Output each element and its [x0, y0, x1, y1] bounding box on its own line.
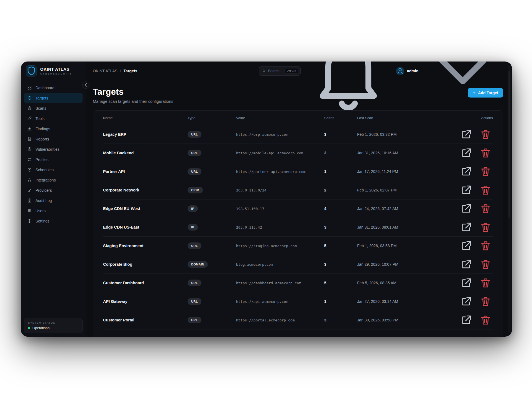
- table-row[interactable]: Customer Portal URL https://portal.acmec…: [103, 311, 493, 329]
- sidebar-item-label: Providers: [35, 188, 52, 193]
- open-target-button[interactable]: [460, 259, 472, 270]
- external-link-icon: [460, 129, 472, 140]
- type-badge: URL: [188, 131, 201, 138]
- table-row[interactable]: Edge CDN EU-West IP 198.51.100.17 4 Jan …: [103, 199, 493, 218]
- external-link-icon: [460, 314, 472, 326]
- sidebar-item-dashboard[interactable]: Dashboard: [24, 83, 83, 93]
- table-row[interactable]: Staging Environment URL https://staging.…: [103, 236, 493, 255]
- external-link-icon: [460, 221, 472, 233]
- sidebar-item-label: Integrations: [35, 178, 56, 182]
- open-target-button[interactable]: [460, 240, 472, 252]
- delete-target-button[interactable]: [480, 184, 492, 196]
- delete-target-button[interactable]: [480, 203, 492, 215]
- table-row[interactable]: Partner API URL https://partner-api.acme…: [103, 162, 493, 181]
- open-target-button[interactable]: [460, 203, 472, 215]
- scrollbar-thumb[interactable]: [508, 71, 510, 218]
- clipboard-icon: [27, 198, 32, 203]
- sidebar-item-scans[interactable]: Scans: [24, 103, 83, 113]
- open-target-button[interactable]: [460, 296, 472, 308]
- nodes-icon: [27, 178, 32, 182]
- delete-target-button[interactable]: [480, 166, 492, 178]
- page-subtitle: Manage scan targets and their configurat…: [93, 99, 173, 104]
- sidebar-item-vulnerabilities[interactable]: Vulnerabilities: [24, 144, 83, 154]
- table-row[interactable]: API Gateway URL https://api.acmecorp.com…: [103, 292, 493, 311]
- column-header-type: Type: [188, 116, 236, 120]
- external-link-icon: [460, 277, 472, 289]
- target-icon: [27, 96, 32, 100]
- chevron-left-icon: [83, 82, 89, 88]
- add-target-label: Add Target: [478, 91, 498, 95]
- open-target-button[interactable]: [460, 129, 472, 140]
- sidebar-nav: Dashboard Targets Scans Tools Findings R…: [21, 80, 86, 226]
- table-row[interactable]: Customer Dashboard URL https://dashboard…: [103, 273, 493, 292]
- sidebar-item-settings[interactable]: Settings: [24, 216, 83, 226]
- avatar: [396, 67, 404, 75]
- sidebar-item-integrations[interactable]: Integrations: [24, 175, 83, 185]
- table-row[interactable]: Edge CDN US-East IP 203.0.113.42 3 Jan 3…: [103, 218, 493, 236]
- targets-table-card: Name Type Value Scans Last Scan Actions …: [93, 110, 503, 337]
- column-header-scans: Scans: [324, 116, 357, 120]
- sidebar-item-providers[interactable]: Providers: [24, 185, 83, 195]
- sidebar-item-targets[interactable]: Targets: [24, 93, 83, 103]
- trash-icon: [480, 277, 492, 289]
- external-link-icon: [460, 166, 472, 178]
- sidebar-item-audit-log[interactable]: Audit Log: [24, 195, 83, 206]
- delete-target-button[interactable]: [480, 147, 492, 159]
- trash-icon: [480, 240, 492, 252]
- breadcrumb-separator: /: [120, 69, 121, 73]
- radar-icon: [27, 106, 32, 111]
- open-target-button[interactable]: [460, 166, 472, 178]
- search-input[interactable]: Search... Ctrl+K: [259, 66, 301, 76]
- open-target-button[interactable]: [460, 147, 472, 159]
- sidebar-item-schedules[interactable]: Schedules: [24, 165, 83, 175]
- trash-icon: [480, 259, 492, 270]
- status-dot-icon: [28, 327, 30, 329]
- system-status-heading: SYSTEM STATUS: [28, 321, 79, 324]
- scrollbar-track[interactable]: [508, 65, 511, 333]
- sidebar-collapse-button[interactable]: [82, 81, 89, 89]
- open-target-button[interactable]: [460, 221, 472, 233]
- clock-icon: [27, 167, 32, 172]
- table-body: Legacy ERP URL https://erp.acmecorp.com …: [103, 125, 493, 329]
- delete-target-button[interactable]: [480, 277, 492, 289]
- sliders-icon: [27, 157, 32, 162]
- system-status-value: Operational: [32, 326, 50, 330]
- type-badge: URL: [188, 168, 201, 175]
- breadcrumb-root[interactable]: OKINT ATLAS: [93, 69, 117, 73]
- external-link-icon: [460, 240, 472, 252]
- open-target-button[interactable]: [460, 277, 472, 289]
- open-target-button[interactable]: [460, 184, 472, 196]
- table-row[interactable]: Mobile Backend URL https://mobile-api.ac…: [103, 144, 493, 162]
- external-link-icon: [460, 203, 472, 215]
- sidebar-item-findings[interactable]: Findings: [24, 124, 83, 134]
- open-target-button[interactable]: [460, 314, 472, 326]
- sidebar-item-profiles[interactable]: Profiles: [24, 154, 83, 165]
- delete-target-button[interactable]: [480, 240, 492, 252]
- trash-icon: [480, 184, 492, 196]
- delete-target-button[interactable]: [480, 296, 492, 308]
- sidebar-item-label: Scans: [35, 106, 46, 111]
- type-badge: IP: [188, 224, 198, 231]
- delete-target-button[interactable]: [480, 129, 492, 140]
- type-badge: CIDR: [188, 187, 203, 193]
- add-target-button[interactable]: + Add Target: [468, 88, 503, 98]
- delete-target-button[interactable]: [480, 221, 492, 233]
- partial-next-row: [103, 329, 493, 337]
- table-row[interactable]: Corporate Network CIDR 203.0.113.0/24 2 …: [103, 181, 493, 199]
- app-window: OKINT ATLAS CYBERSECURITY Dashboard Targ…: [21, 62, 512, 337]
- sidebar-item-label: Dashboard: [35, 86, 55, 90]
- sidebar-item-reports[interactable]: Reports: [24, 134, 83, 144]
- column-header-name: Name: [103, 116, 188, 120]
- delete-target-button[interactable]: [480, 259, 492, 270]
- trash-icon: [480, 203, 492, 215]
- plus-icon: +: [473, 90, 475, 95]
- sidebar-item-label: Audit Log: [35, 198, 52, 203]
- delete-target-button[interactable]: [480, 314, 492, 326]
- document-icon: [27, 137, 32, 141]
- table-row[interactable]: Legacy ERP URL https://erp.acmecorp.com …: [103, 125, 493, 144]
- type-badge: URL: [188, 280, 201, 286]
- sidebar-item-users[interactable]: Users: [24, 206, 83, 216]
- sidebar-item-tools[interactable]: Tools: [24, 113, 83, 124]
- system-status-box: SYSTEM STATUS Operational: [24, 318, 83, 333]
- table-row[interactable]: Corporate Blog DOMAIN blog.acmecorp.com …: [103, 255, 493, 273]
